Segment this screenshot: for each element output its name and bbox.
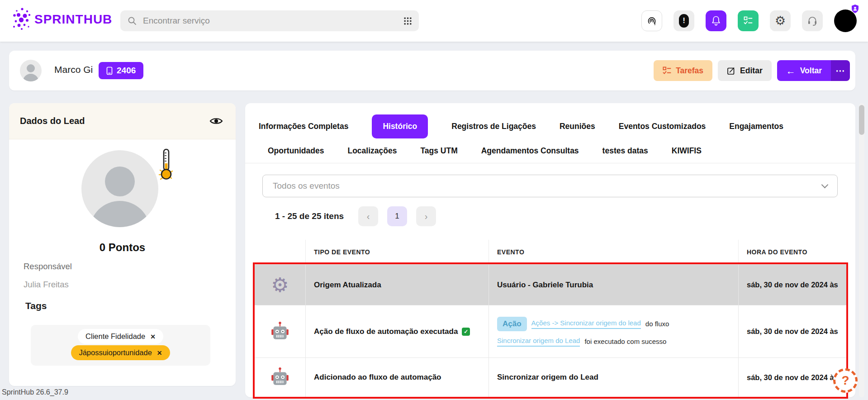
tab-testes-datas[interactable]: testes datas — [602, 146, 648, 156]
lead-data-header: Dados do Lead — [9, 103, 236, 139]
radar-button[interactable] — [641, 10, 662, 31]
checklist-icon — [744, 16, 753, 25]
event-text: foi executado com sucesso — [584, 338, 666, 345]
tab-kiwifis[interactable]: KIWIFIS — [672, 146, 702, 156]
table-row[interactable]: ⚙ Origem Atualizada Usuário - Gabriele T… — [255, 264, 846, 305]
phone-icon — [106, 67, 113, 75]
tab-reunioes[interactable]: Reuniões — [560, 122, 595, 131]
help-button[interactable]: ? — [833, 368, 858, 393]
table-row[interactable]: Ação de fluxo de automação executada ✓ A… — [255, 305, 846, 357]
eye-icon — [209, 116, 223, 126]
lead-profile-avatar — [81, 150, 158, 227]
remove-tag-icon[interactable]: ✕ — [150, 333, 156, 340]
header-icon-column — [255, 240, 306, 264]
lead-actions: Tarefas Editar ← Voltar ⋯ — [654, 60, 850, 81]
event-icon-cell: ⚙ — [255, 265, 306, 305]
tab-historico[interactable]: Histórico — [372, 114, 428, 138]
action-chip: Ação — [497, 317, 527, 331]
event-type-text: Origem Atualizada — [314, 281, 381, 290]
event-type-cell: Adicionado ao fluxo de automação — [306, 358, 489, 397]
tabs-row-1: Informações Completas Histórico Registro… — [259, 114, 783, 138]
user-avatar[interactable] — [834, 10, 857, 32]
checklist-button[interactable] — [738, 10, 759, 31]
avatar-torso — [23, 74, 39, 81]
avatar-torso — [90, 201, 150, 227]
tab-engajamentos[interactable]: Engajamentos — [729, 122, 783, 131]
tab-tags-utm[interactable]: Tags UTM — [420, 146, 457, 156]
lead-points: 0 Pontos — [9, 241, 236, 254]
chevron-down-icon — [821, 181, 829, 188]
arrow-left-icon: ← — [786, 66, 796, 76]
scrollbar-track[interactable] — [859, 103, 864, 397]
back-button[interactable]: ← Voltar — [777, 60, 831, 81]
settings-button[interactable]: ⚙ — [770, 10, 791, 31]
more-icon: ⋯ — [836, 65, 845, 76]
prev-page-button[interactable]: ‹ — [358, 206, 378, 226]
tab-localizacoes[interactable]: Localizações — [347, 146, 397, 156]
flow-link[interactable]: Sincronizar origem do Lead — [497, 337, 580, 347]
tags-container: Cliente Fidelidade ✕ Jápossuioportunidad… — [31, 325, 210, 366]
apps-grid-icon[interactable] — [404, 17, 412, 25]
back-button-label: Voltar — [800, 66, 822, 76]
event-cell: Ação Ações -> Sincronizar origem do lead… — [489, 305, 739, 357]
app-version: SprintHub 26.6_37.9 — [2, 388, 68, 396]
events-table: TIPO DE EVENTO EVENTO HORA DO EVENTO ⚙ O… — [255, 240, 846, 397]
phone-number: 2406 — [117, 66, 136, 76]
event-icon-cell — [255, 358, 306, 397]
event-time-text: sáb, 30 de nov de 2024 às — [747, 373, 838, 382]
alerts-button[interactable]: ! — [674, 10, 694, 31]
brand: SPRINTHUB — [12, 6, 112, 33]
tag-label: Cliente Fidelidade — [85, 332, 145, 341]
tab-oportunidades[interactable]: Oportunidades — [268, 146, 324, 156]
header-hora-do-evento: HORA DO EVENTO — [739, 240, 846, 264]
sprinthub-logo-icon — [12, 6, 33, 33]
exclamation-icon: ! — [679, 14, 689, 28]
search-icon — [128, 16, 137, 25]
notifications-button[interactable] — [706, 10, 726, 31]
tag-chip[interactable]: Cliente Fidelidade ✕ — [78, 329, 163, 344]
tab-eventos-customizados[interactable]: Eventos Customizados — [619, 122, 706, 131]
support-button[interactable] — [802, 10, 823, 31]
tab-agendamentos-consultas[interactable]: Agendamentos Consultas — [481, 146, 579, 156]
event-text: Sincronizar origem do Lead — [497, 373, 598, 382]
event-time-text: sáb, 30 de nov de 2024 às — [747, 327, 838, 336]
event-filter-value: Todos os eventos — [273, 181, 340, 191]
event-cell: Sincronizar origem do Lead — [489, 358, 739, 397]
topbar: SPRINTHUB — [0, 0, 868, 42]
event-line-1: Ação Ações -> Sincronizar origem do lead… — [497, 317, 669, 331]
tab-informacoes-completas[interactable]: Informações Completas — [259, 122, 348, 131]
gear-icon: ⚙ — [775, 15, 786, 27]
scrollbar-thumb[interactable] — [859, 105, 864, 135]
lead-header-card: Marco Gi 2406 Tarefas — [9, 51, 855, 90]
event-time-text: sáb, 30 de nov de 2024 às — [747, 281, 838, 289]
event-filter-select[interactable]: Todos os eventos — [262, 175, 838, 197]
page: SPRINTHUB — [0, 0, 868, 400]
action-link[interactable]: Ações -> Sincronizar origem do lead — [531, 319, 641, 329]
visibility-toggle[interactable] — [209, 116, 223, 126]
responsible-label: Responsável — [24, 262, 72, 271]
more-actions-button[interactable]: ⋯ — [831, 60, 850, 81]
event-type-cell: Ação de fluxo de automação executada ✓ — [306, 305, 489, 357]
next-page-button[interactable]: › — [416, 206, 436, 226]
phone-number-badge[interactable]: 2406 — [99, 62, 143, 79]
page-1-button[interactable]: 1 — [387, 206, 407, 226]
shield-user-icon — [851, 4, 859, 14]
table-header-row: TIPO DE EVENTO EVENTO HORA DO EVENTO — [255, 240, 846, 264]
edit-button[interactable]: Editar — [718, 60, 772, 81]
search-input[interactable] — [142, 15, 398, 26]
table-row[interactable]: Adicionado ao fluxo de automação Sincron… — [255, 357, 846, 397]
event-type-cell: Origem Atualizada — [306, 265, 489, 305]
lead-detail-card: Informações Completas Histórico Registro… — [245, 103, 855, 397]
remove-tag-icon[interactable]: ✕ — [157, 349, 162, 357]
topbar-actions: ! ⚙ — [641, 10, 857, 32]
event-line-2: Sincronizar origem do Lead foi executado… — [497, 337, 666, 347]
search-bar[interactable] — [120, 10, 419, 31]
tab-registros-de-ligacoes[interactable]: Registros de Ligações — [451, 122, 536, 131]
robot-icon — [270, 321, 289, 343]
question-mark-icon: ? — [841, 373, 849, 388]
event-time-cell: sáb, 30 de nov de 2024 às — [739, 265, 846, 305]
tasks-button[interactable]: Tarefas — [654, 60, 712, 81]
tasks-button-label: Tarefas — [676, 66, 703, 76]
tag-chip[interactable]: Jápossuioportunidade ✕ — [71, 345, 170, 360]
header-tipo-de-evento: TIPO DE EVENTO — [306, 240, 489, 264]
